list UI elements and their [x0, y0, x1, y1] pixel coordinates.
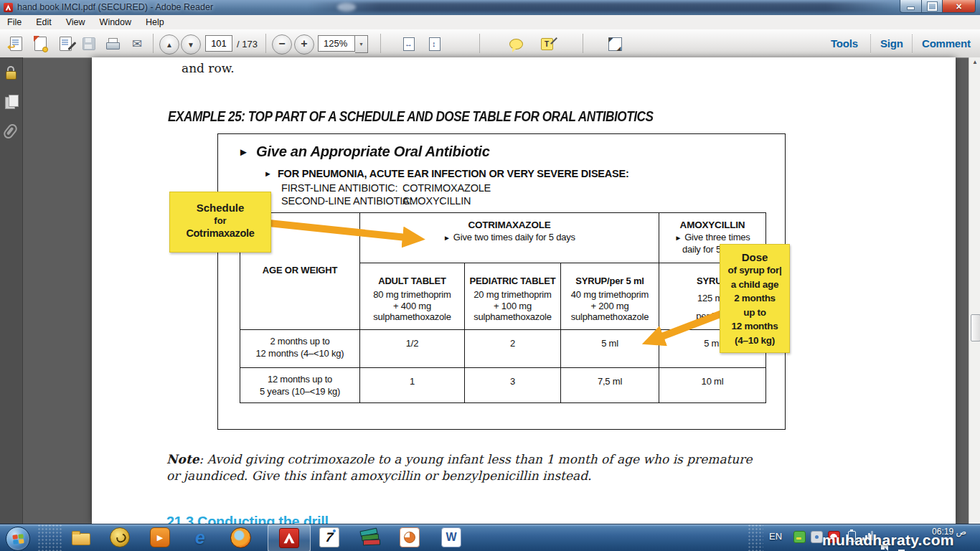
play-icon: ▶	[150, 527, 170, 547]
tray-downloader-icon[interactable]	[793, 531, 806, 543]
first-line-value: COTRIMOXAZOLE	[402, 182, 491, 194]
menu-edit[interactable]: Edit	[29, 17, 59, 27]
security-lock-icon[interactable]	[6, 66, 17, 80]
open-icon: ↩	[8, 42, 16, 52]
print-button[interactable]	[103, 34, 123, 54]
language-indicator[interactable]: EN	[769, 531, 782, 542]
next-page-button[interactable]: ▼	[181, 34, 201, 55]
scroll-up-arrow-icon[interactable]: ▲	[969, 59, 980, 65]
menu-view[interactable]: View	[59, 17, 93, 27]
minimize-button[interactable]	[900, 0, 922, 13]
syrup-header: SYRUP/per 5 ml 40 mg trimethoprim + 200 …	[561, 263, 659, 330]
fit-width-button[interactable]: ↔	[399, 34, 419, 54]
highlight-tool-button[interactable]: T	[537, 34, 557, 54]
navigation-sidebar	[0, 57, 23, 524]
page-down-icon: ▼	[187, 41, 194, 49]
windows-flag-icon	[12, 534, 24, 544]
second-line-value: AMOXYCILLIN	[402, 195, 471, 207]
internet-explorer-icon: e	[195, 527, 205, 548]
taskbar-lightning-app-button[interactable]: 7	[317, 525, 341, 550]
save-button[interactable]	[79, 34, 99, 54]
arrow-bullet-icon: ►	[443, 234, 451, 242]
arrow-bullet-icon: ►	[674, 234, 682, 242]
lightning-icon: 7	[319, 527, 339, 547]
highlight-icon: T	[541, 38, 553, 50]
fit-page-button[interactable]: ↕	[425, 34, 445, 54]
title-bar: hand book IMCI.pdf (SECURED) - Adobe Rea…	[0, 0, 980, 15]
taskbar-powerpoint-button[interactable]	[397, 525, 422, 550]
schedule-sticky-note[interactable]: Schedule for Cotrimaxazole	[169, 192, 271, 253]
comment-bubble-icon	[509, 39, 523, 50]
menu-window[interactable]: Window	[93, 17, 138, 27]
clipped-section-heading: 21.3 Conducting the drill	[166, 514, 329, 524]
open-button[interactable]: ↩	[6, 34, 26, 54]
firefox-icon	[230, 527, 251, 548]
page-thumbnails-icon[interactable]	[5, 95, 18, 109]
close-icon: ×	[956, 1, 961, 12]
comment-panel-button[interactable]: Comment	[922, 37, 971, 50]
arrow-bullet-icon: ►	[238, 146, 249, 158]
taskbar-texture	[37, 524, 62, 551]
condition-line: FOR PNEUMONIA, ACUTE EAR INFECTION OR VE…	[278, 168, 629, 179]
taskbar-library-app-button[interactable]	[357, 525, 382, 550]
fit-width-icon: ↔	[405, 39, 413, 48]
adobe-reader-window: hand book IMCI.pdf (SECURED) - Adobe Rea…	[0, 0, 980, 551]
pen-icon	[67, 42, 76, 50]
printer-icon	[106, 38, 119, 50]
taskbar-wafi-translator-button[interactable]	[108, 525, 132, 550]
zoom-in-icon: +	[301, 37, 307, 50]
watermark: muhadharaty.com	[822, 532, 954, 549]
save-icon	[83, 37, 95, 50]
taskbar-media-player-button[interactable]: ▶	[148, 525, 172, 550]
vertical-scrollbar[interactable]: ▲	[969, 57, 980, 524]
sticky-note-tool-button[interactable]	[506, 34, 526, 54]
fit-page-icon: ↕	[432, 39, 436, 48]
box-title-row: ► Give an Appropriate Oral Antibiotic	[238, 143, 499, 160]
zoom-dropdown-button[interactable]: ▼	[355, 35, 368, 53]
first-line-label: FIRST-LINE ANTIBIOTIC:	[281, 182, 397, 194]
arrow-bullet-icon: ►	[264, 169, 272, 178]
folder-icon	[72, 533, 90, 545]
pediatric-tablet-header: PEDIATRIC TABLET 20 mg trimethoprim + 10…	[465, 263, 561, 330]
zoom-level-value: 125%	[324, 38, 347, 49]
maximize-button[interactable]	[922, 0, 942, 13]
sign-panel-button[interactable]: Sign	[880, 37, 903, 50]
fullscreen-button[interactable]: ◤ ◢	[605, 34, 625, 54]
dose-sticky-note[interactable]: Dose of syrup for| a child age 2 months …	[720, 244, 790, 353]
zoom-level-field[interactable]: 125%	[318, 35, 355, 52]
taskbar-explorer-button[interactable]	[69, 525, 93, 550]
taskbar-word-button[interactable]: W	[439, 525, 463, 550]
zoom-in-button[interactable]: +	[294, 34, 314, 55]
taskbar-firefox-button[interactable]	[228, 525, 253, 550]
close-button[interactable]: ×	[942, 0, 976, 13]
page-total-label: / 173	[237, 39, 258, 50]
window-controls: ×	[900, 0, 976, 13]
sign-document-button[interactable]	[55, 34, 75, 54]
word-icon: W	[441, 527, 461, 547]
window-title: hand book IMCI.pdf (SECURED) - Adobe Rea…	[17, 2, 213, 12]
zoom-out-button[interactable]: −	[272, 34, 292, 55]
tray-utility-icon[interactable]	[811, 531, 823, 543]
taskbar-internet-explorer-button[interactable]: e	[188, 525, 212, 550]
start-button[interactable]	[6, 527, 30, 551]
cotrimoxazole-group-header: COTRIMAXAZOLE ►Give two times daily for …	[360, 213, 659, 263]
second-line-label: SECOND-LINE ANTIBIOTIC:	[281, 195, 413, 207]
menu-bar: File Edit View Window Help	[0, 15, 980, 30]
box-condition-row: ► FOR PNEUMONIA, ACUTE EAR INFECTION OR …	[264, 168, 629, 179]
menu-file[interactable]: File	[0, 17, 29, 27]
note-label: Note	[166, 452, 199, 466]
page-number-input[interactable]	[205, 35, 232, 52]
email-button[interactable]: ✉	[127, 34, 147, 54]
chevron-down-icon: ▼	[359, 42, 364, 47]
menu-help[interactable]: Help	[138, 17, 171, 27]
previous-page-button[interactable]: ▲	[159, 34, 179, 55]
books-stack-icon	[359, 528, 380, 547]
scrollbar-thumb[interactable]	[971, 314, 980, 342]
attachments-paperclip-icon[interactable]	[2, 122, 19, 140]
taskbar-adobe-reader-button[interactable]	[279, 528, 299, 548]
adobe-reader-icon[interactable]	[4, 3, 13, 12]
dose-table: AGE OR WEIGHT COTRIMAXAZOLE ►Give two ti…	[240, 212, 766, 403]
toolbar: ↩ ✉ ▲ ▼ / 173 − +	[0, 29, 980, 58]
tools-panel-button[interactable]: Tools	[831, 37, 858, 50]
create-pdf-button[interactable]	[30, 34, 50, 54]
